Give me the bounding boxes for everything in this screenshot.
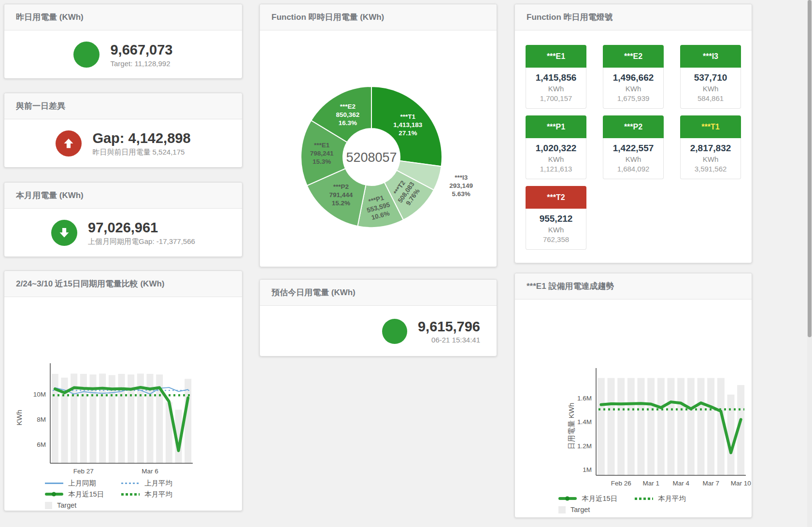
legend-label: 上月平均 xyxy=(144,479,172,488)
tile-value: 2,817,832 xyxy=(682,143,740,154)
svg-text:Feb 27: Feb 27 xyxy=(73,468,94,475)
svg-text:Mar 4: Mar 4 xyxy=(672,480,689,487)
card-title: 昨日用電量 (KWh) xyxy=(4,4,242,30)
tile-header: ***I3 xyxy=(680,45,741,68)
status-green-circle xyxy=(382,319,407,344)
day-gap-card: 與前一日差異 Gap: 4,142,898 昨日與前日用電量 5,524,175 xyxy=(4,93,242,168)
legend-marker-icon xyxy=(121,493,140,496)
tile-body: 1,415,856KWh1,700,157 xyxy=(526,68,586,109)
tile-unit: KWh xyxy=(604,155,662,163)
light-tile-T1: ***T12,817,832KWh3,591,562 xyxy=(680,115,741,179)
vertical-scrollbar[interactable] xyxy=(807,0,812,527)
realtime-donut-card: Function 即時日用電量 (KWh) ***T11,413,18327.1… xyxy=(259,4,497,267)
card-title: Function 即時日用電量 (KWh) xyxy=(260,4,497,30)
arrow-up-icon xyxy=(56,130,82,157)
tile-target-value: 1,675,939 xyxy=(604,94,662,102)
tile-value: 1,496,662 xyxy=(604,72,662,83)
tile-unit: KWh xyxy=(527,155,585,163)
legend-marker-icon xyxy=(121,483,140,484)
tile-header: ***P1 xyxy=(526,115,586,138)
svg-text:Mar 6: Mar 6 xyxy=(142,468,158,475)
status-green-circle xyxy=(73,42,100,68)
svg-text:1.2M: 1.2M xyxy=(577,442,592,450)
arrow-down-icon xyxy=(51,220,77,246)
compare-chart: 10M8M6MFeb 27Mar 6KWh xyxy=(4,297,242,500)
svg-text:1.4M: 1.4M xyxy=(577,418,592,426)
legend-label: 本月近15日 xyxy=(582,494,617,503)
tile-header: ***E2 xyxy=(603,45,664,68)
legend-marker-icon xyxy=(45,483,63,484)
legend-marker-icon xyxy=(558,506,566,513)
svg-text:Feb 26: Feb 26 xyxy=(611,480,631,487)
legend-item: 本月近15日 xyxy=(558,493,635,504)
compare-chart-card: 2/24~3/10 近15日同期用電量比較 (KWh) 10M8M6MFeb 2… xyxy=(4,271,242,511)
legend-label: 本月平均 xyxy=(144,490,172,499)
day-gap-sub: 昨日與前日用電量 5,524,175 xyxy=(92,148,190,157)
trend-chart: 1.6M1.4M1.2M1MFeb 26Mar 1Mar 4Mar 7Mar 1… xyxy=(515,299,752,518)
scrollbar-thumb[interactable] xyxy=(808,0,812,337)
card-title: 本月用電量 (KWh) xyxy=(4,183,242,209)
light-tile-P2: ***P21,422,557KWh1,684,092 xyxy=(603,115,664,179)
light-tile-E1: ***E11,415,856KWh1,700,157 xyxy=(526,45,586,109)
tile-header: ***E1 xyxy=(526,45,586,68)
tile-value: 1,422,557 xyxy=(604,143,662,154)
legend-label: Target xyxy=(570,506,590,513)
trend-chart-card: ***E1 設備用電達成趨勢 1.6M1.4M1.2M1MFeb 26Mar 1… xyxy=(514,273,752,518)
card-title: 預估今日用電量 (KWh) xyxy=(260,280,497,306)
month-usage-card: 本月用電量 (KWh) 97,026,961 上個月同期用電Gap: -17,3… xyxy=(4,182,242,257)
legend-item: 上月同期 xyxy=(45,478,121,488)
tile-target-value: 1,684,092 xyxy=(604,165,662,173)
svg-text:日用電量 KWh: 日用電量 KWh xyxy=(567,403,575,450)
card-title: 與前一日差異 xyxy=(4,93,242,119)
month-usage-gap: 上個月同期用電Gap: -17,377,566 xyxy=(88,237,195,246)
tile-value: 955,212 xyxy=(527,214,585,224)
lights-card: Function 昨日用電燈號 ***E11,415,856KWh1,700,1… xyxy=(514,4,752,263)
yesterday-usage-card: 昨日用電量 (KWh) 9,667,073 Target: 11,128,992 xyxy=(4,4,242,79)
tile-unit: KWh xyxy=(682,155,740,163)
tile-target-value: 762,358 xyxy=(527,235,585,243)
day-gap-value: Gap: 4,142,898 xyxy=(92,130,190,147)
legend-item: Target xyxy=(45,500,121,511)
trend-chart-legend: 本月近15日本月平均Target xyxy=(558,493,712,515)
legend-marker-icon xyxy=(635,498,653,500)
kpi-row: 97,026,961 上個月同期用電Gap: -17,377,566 xyxy=(4,209,242,257)
estimate-timestamp: 06-21 15:34:41 xyxy=(418,336,480,344)
legend-label: Target xyxy=(57,501,76,509)
kpi-row: 9,667,073 Target: 11,128,992 xyxy=(4,30,242,79)
svg-text:5208057: 5208057 xyxy=(346,150,397,165)
svg-text:1M: 1M xyxy=(583,466,592,473)
tile-body: 1,496,662KWh1,675,939 xyxy=(603,68,664,109)
estimate-today-card: 預估今日用電量 (KWh) 9,615,796 06-21 15:34:41 xyxy=(259,279,497,356)
tile-value: 537,710 xyxy=(682,72,740,83)
svg-text:***I3293,1495.63%: ***I3293,1495.63% xyxy=(449,174,473,198)
legend-marker-icon xyxy=(558,497,577,500)
tile-target-value: 1,700,157 xyxy=(527,94,585,102)
tile-header: ***T1 xyxy=(680,115,741,138)
tile-header: ***P2 xyxy=(603,115,664,138)
light-tile-E2: ***E21,496,662KWh1,675,939 xyxy=(603,45,664,109)
month-usage-value: 97,026,961 xyxy=(88,219,195,236)
tile-unit: KWh xyxy=(527,85,585,93)
tile-body: 1,020,322KWh1,121,613 xyxy=(526,138,586,179)
svg-text:6M: 6M xyxy=(37,441,46,448)
compare-chart-legend: 上月同期上月平均本月近15日本月平均Target xyxy=(45,478,199,511)
tile-value: 1,020,322 xyxy=(527,143,585,154)
tile-target-value: 1,121,613 xyxy=(527,165,585,173)
card-title: ***E1 設備用電達成趨勢 xyxy=(515,273,752,299)
legend-label: 本月平均 xyxy=(658,494,686,503)
legend-item: 本月平均 xyxy=(121,489,199,499)
svg-text:Mar 1: Mar 1 xyxy=(642,480,659,487)
svg-text:8M: 8M xyxy=(37,416,46,423)
tile-unit: KWh xyxy=(527,226,585,234)
tile-header: ***T2 xyxy=(526,186,586,209)
svg-text:10M: 10M xyxy=(33,391,46,398)
legend-marker-icon xyxy=(45,502,52,509)
tile-body: 2,817,832KWh3,591,562 xyxy=(680,138,741,179)
tile-target-value: 3,591,562 xyxy=(682,165,740,173)
kpi-row: Gap: 4,142,898 昨日與前日用電量 5,524,175 xyxy=(4,119,242,168)
card-title: 2/24~3/10 近15日同期用電量比較 (KWh) xyxy=(4,271,242,297)
realtime-donut-chart: ***T11,413,18327.1%***I3293,1495.63%***T… xyxy=(260,30,497,265)
tile-body: 537,710KWh584,861 xyxy=(680,68,741,109)
yesterday-usage-value: 9,667,073 xyxy=(110,42,172,58)
tile-unit: KWh xyxy=(604,85,662,93)
